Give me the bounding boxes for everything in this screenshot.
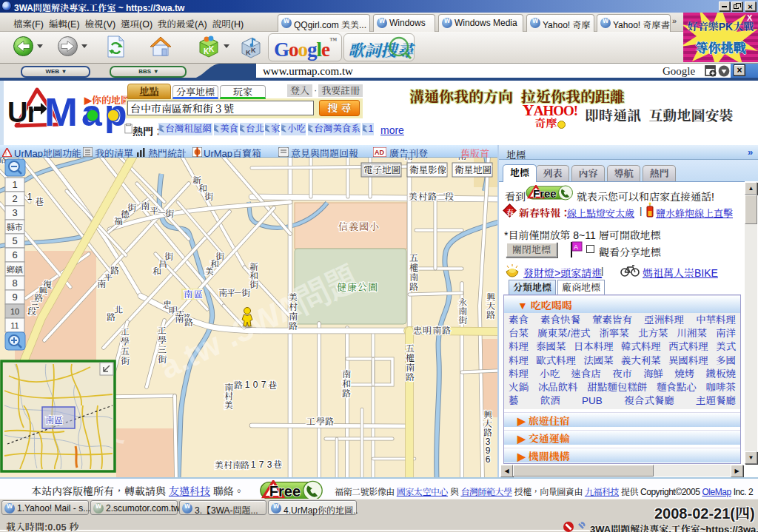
svg-text:路: 路 — [442, 326, 451, 336]
svg-text:街: 街 — [458, 315, 468, 326]
svg-text:鄉鎮: 鄉鎮 — [7, 265, 23, 274]
svg-text:9: 9 — [12, 292, 17, 303]
svg-text:Free: Free — [533, 187, 557, 200]
svg-text:南區: 南區 — [45, 415, 63, 425]
svg-text:村: 村 — [289, 302, 298, 312]
svg-text:K: K — [251, 47, 256, 54]
svg-text:7: 7 — [261, 380, 266, 390]
svg-text:A: A — [574, 243, 578, 251]
svg-text:!: ! — [5, 150, 7, 157]
svg-text:1: 1 — [245, 380, 250, 390]
svg-text:美: 美 — [409, 192, 417, 202]
svg-text:路: 路 — [486, 310, 495, 320]
svg-text:街: 街 — [249, 280, 259, 290]
svg-text:3: 3 — [267, 459, 272, 470]
svg-text:忠: 忠 — [413, 326, 422, 336]
svg-text:健康公園: 健康公園 — [337, 282, 378, 293]
svg-text:權: 權 — [406, 353, 415, 363]
svg-text:街: 街 — [164, 252, 174, 262]
svg-text:美: 美 — [224, 400, 233, 411]
svg-text:8: 8 — [12, 277, 17, 289]
svg-text:3: 3 — [12, 207, 17, 218]
svg-text:11: 11 — [10, 321, 19, 330]
svg-text:M: M — [44, 90, 76, 134]
svg-text:街: 街 — [127, 203, 137, 213]
svg-text:街: 街 — [204, 192, 214, 202]
svg-text:路: 路 — [234, 380, 243, 391]
svg-text:南: 南 — [432, 326, 441, 336]
svg-text:6: 6 — [486, 454, 491, 465]
svg-text:AD: AD — [375, 149, 384, 156]
svg-text:電子地圖: 電子地圖 — [363, 165, 400, 175]
svg-text:學: 學 — [158, 335, 167, 346]
svg-text:工: 工 — [158, 326, 167, 336]
svg-text:路: 路 — [241, 460, 249, 471]
svg-text:五: 五 — [406, 343, 415, 354]
svg-text:路: 路 — [409, 282, 418, 292]
svg-text:2: 2 — [12, 193, 17, 204]
svg-text:南: 南 — [175, 314, 184, 324]
svg-text:學: 學 — [121, 337, 130, 347]
svg-text:衛星地圖: 衛星地圖 — [455, 165, 492, 175]
svg-text:巷: 巷 — [273, 459, 282, 470]
svg-text:路: 路 — [107, 312, 115, 323]
svg-text:K: K — [246, 49, 251, 56]
svg-text:工: 工 — [306, 417, 315, 427]
svg-text:美: 美 — [289, 292, 298, 303]
svg-text:南: 南 — [406, 363, 415, 373]
svg-text:路: 路 — [184, 317, 193, 328]
svg-text:村: 村 — [418, 192, 427, 202]
svg-text:學: 學 — [316, 417, 325, 427]
svg-text:信義國小: 信義國小 — [338, 221, 380, 232]
svg-text:南: 南 — [457, 158, 466, 161]
svg-text:1: 1 — [251, 459, 256, 470]
svg-text:五: 五 — [409, 253, 418, 263]
svg-text:5: 5 — [12, 235, 17, 246]
svg-text:▶你的地圖: ▶你的地圖 — [84, 95, 130, 106]
svg-text:K: K — [209, 45, 215, 53]
svg-text:工: 工 — [121, 327, 130, 337]
svg-text:7: 7 — [259, 459, 264, 470]
svg-text:南區: 南區 — [184, 289, 204, 300]
svg-text:街: 街 — [158, 354, 167, 365]
svg-text:三: 三 — [158, 345, 167, 355]
svg-text:路: 路 — [342, 388, 351, 399]
svg-text:1: 1 — [27, 192, 33, 202]
svg-text:6: 6 — [12, 249, 17, 260]
svg-text:南: 南 — [409, 272, 418, 283]
svg-text:路: 路 — [406, 372, 415, 383]
svg-text:街: 街 — [165, 209, 175, 219]
svg-text:段: 段 — [445, 192, 454, 202]
svg-text:巷: 巷 — [268, 380, 277, 391]
svg-text:權: 權 — [409, 263, 418, 273]
svg-text:段: 段 — [27, 306, 36, 317]
svg-text:Ur: Ur — [7, 97, 38, 128]
svg-text:街: 街 — [215, 252, 225, 262]
svg-text:南: 南 — [404, 158, 413, 161]
svg-text:明: 明 — [423, 326, 432, 336]
svg-text:縣市: 縣市 — [7, 223, 23, 232]
svg-text:0: 0 — [253, 380, 258, 390]
svg-text:路: 路 — [110, 266, 119, 276]
svg-text:10: 10 — [10, 307, 19, 316]
svg-text:美: 美 — [215, 460, 224, 471]
svg-text:巷: 巷 — [35, 197, 44, 207]
svg-text:南: 南 — [342, 369, 351, 380]
svg-text:路: 路 — [428, 192, 437, 202]
svg-text:路: 路 — [325, 417, 334, 427]
svg-text:和: 和 — [342, 379, 351, 389]
svg-text:街: 街 — [121, 356, 130, 366]
svg-text:村: 村 — [224, 460, 232, 471]
svg-text:Free: Free — [269, 483, 301, 499]
svg-text:五: 五 — [121, 346, 130, 357]
svg-text:南: 南 — [141, 201, 150, 212]
svg-text:衛星影像: 衛星影像 — [409, 165, 447, 175]
svg-text:南: 南 — [289, 312, 298, 322]
svg-text:路: 路 — [289, 321, 298, 331]
svg-text:1: 1 — [12, 179, 17, 190]
